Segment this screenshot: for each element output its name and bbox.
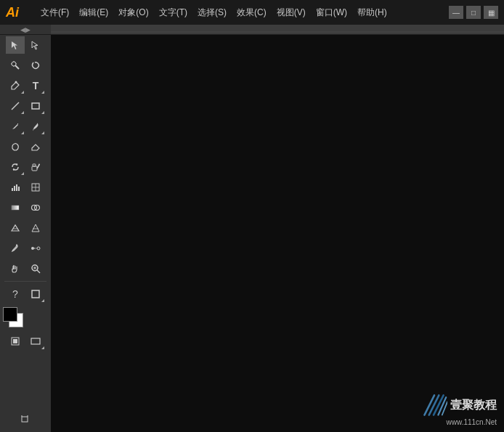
svg-rect-21 (12, 205, 19, 210)
watermark-brand-name: 壹聚教程 (450, 398, 497, 413)
svg-rect-16 (16, 184, 17, 191)
svg-point-1 (12, 62, 16, 66)
help-row: ? (0, 284, 51, 304)
magic-wand-tool[interactable] (6, 57, 25, 74)
title-bar: Ai 文件(F) 编辑(E) 对象(O) 文字(T) 选择(S) 效果(C) 视… (0, 0, 504, 25)
svg-line-9 (17, 123, 18, 124)
tool-row-2 (0, 55, 51, 76)
tool-row-11 (0, 238, 51, 258)
svg-line-25 (36, 224, 39, 232)
tool-row-6 (0, 136, 51, 157)
svg-line-24 (32, 224, 36, 232)
hand-tool[interactable] (6, 260, 25, 277)
svg-rect-38 (13, 339, 17, 343)
column-chart-tool[interactable] (6, 179, 25, 196)
menu-effect[interactable]: 效果(C) (232, 4, 271, 22)
svg-line-12 (37, 165, 39, 168)
blob-brush-tool[interactable] (6, 138, 25, 155)
main-area: ◀▶ (0, 25, 504, 432)
svg-line-33 (37, 270, 40, 273)
eyedropper-tool[interactable] (6, 240, 25, 257)
svg-rect-40 (22, 417, 28, 422)
collapse-icon[interactable]: ◀▶ (20, 26, 31, 33)
color-boxes (3, 307, 28, 329)
tool-row-5 (0, 116, 51, 136)
menu-object[interactable]: 对象(O) (114, 4, 153, 22)
screen-mode-button[interactable] (6, 333, 25, 350)
minimize-button[interactable]: — (449, 6, 463, 19)
svg-rect-15 (14, 186, 15, 191)
foreground-color-box[interactable] (3, 307, 17, 322)
artboard: 壹聚教程 www.111cn.Net (51, 35, 504, 432)
symbol-sprayer[interactable] (26, 158, 45, 176)
svg-line-45 (425, 396, 435, 415)
ai-logo: Ai (6, 5, 28, 20)
svg-line-7 (12, 102, 19, 110)
change-screen-mode[interactable] (26, 333, 45, 350)
svg-rect-11 (33, 164, 36, 166)
live-paint-tool[interactable] (6, 219, 25, 237)
tool-row-8 (0, 177, 51, 197)
svg-rect-14 (12, 188, 13, 191)
menu-text[interactable]: 文字(T) (155, 4, 192, 22)
shape-builder-tool[interactable] (26, 199, 45, 216)
svg-rect-39 (31, 338, 40, 344)
svg-point-30 (37, 247, 40, 250)
artboard-button[interactable] (16, 410, 35, 428)
left-panel: ◀▶ (0, 25, 51, 432)
svg-point-6 (15, 81, 17, 83)
mesh-tool[interactable] (26, 179, 45, 196)
svg-point-29 (31, 247, 34, 250)
menu-bar: 文件(F) 编辑(E) 对象(O) 文字(T) 选择(S) 效果(C) 视图(V… (36, 4, 440, 22)
help-button[interactable]: ? (6, 285, 25, 303)
ruler-svg (51, 25, 504, 35)
lasso-tool[interactable] (26, 57, 45, 74)
blend-tool[interactable] (26, 240, 45, 257)
selection-tool[interactable] (6, 36, 25, 54)
horizontal-ruler (51, 25, 504, 35)
color-section (0, 304, 51, 332)
brush-tool[interactable] (26, 118, 45, 135)
menu-help[interactable]: 帮助(H) (353, 4, 391, 22)
menu-view[interactable]: 视图(V) (272, 4, 310, 22)
watermark-logo: 壹聚教程 (421, 392, 497, 418)
gradient-tool[interactable] (6, 199, 25, 216)
zoom-tool[interactable] (26, 260, 45, 277)
maximize-button[interactable]: □ (466, 6, 481, 19)
canvas-area: 壹聚教程 www.111cn.Net (51, 25, 504, 432)
title-bar-controls: — □ ▦ (449, 6, 498, 19)
grid-view-button[interactable]: ▦ (484, 6, 498, 19)
artboard-row (1, 409, 49, 429)
watermark: 壹聚教程 www.111cn.Net (421, 392, 497, 426)
direct-selection-tool[interactable] (26, 36, 45, 54)
menu-file[interactable]: 文件(F) (36, 4, 73, 22)
svg-rect-8 (32, 103, 39, 109)
artboard-nav (0, 406, 51, 432)
svg-rect-17 (18, 187, 20, 191)
svg-rect-36 (32, 290, 39, 298)
eraser-tool[interactable] (26, 138, 45, 155)
toolbar-separator (4, 281, 46, 282)
watermark-url: www.111cn.Net (421, 418, 497, 426)
svg-rect-43 (51, 25, 504, 35)
tool-row-4 (0, 96, 51, 116)
type-tool[interactable]: T (26, 77, 45, 94)
perspective-grid-tool[interactable] (26, 219, 45, 237)
pen-tool[interactable] (6, 77, 25, 94)
menu-select[interactable]: 选择(S) (193, 4, 231, 22)
line-tool[interactable] (6, 97, 25, 115)
rect-tool[interactable] (26, 97, 45, 115)
draw-mode-button[interactable] (26, 285, 45, 303)
tool-row-3: T (0, 76, 51, 96)
pencil-tool[interactable] (6, 118, 25, 135)
menu-window[interactable]: 窗口(W) (312, 4, 351, 22)
menu-edit[interactable]: 编辑(E) (75, 4, 113, 22)
rotate-tool[interactable] (6, 158, 25, 176)
tool-row-10 (0, 218, 51, 238)
tool-row-9 (0, 197, 51, 218)
tool-row-1 (0, 35, 51, 55)
svg-rect-10 (32, 166, 37, 171)
tool-row-7 (0, 157, 51, 177)
watermark-icon (421, 392, 447, 418)
toolbar-collapse-area: ◀▶ (0, 25, 51, 35)
